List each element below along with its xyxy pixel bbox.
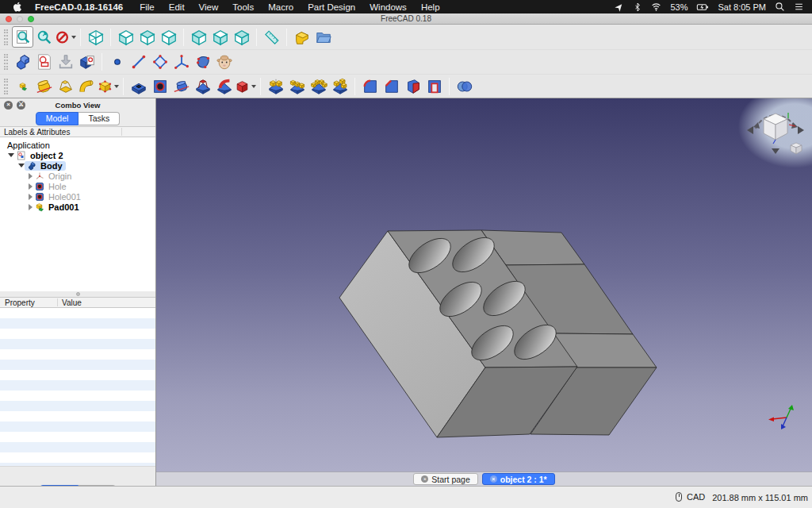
chamfer-button[interactable]	[381, 76, 402, 98]
datum-line-button[interactable]	[128, 52, 149, 73]
location-icon[interactable]	[615, 2, 624, 12]
document-tab-start-page[interactable]: ×Start page	[413, 473, 477, 485]
multi-transform-button[interactable]	[329, 76, 350, 98]
tab-close-icon[interactable]: ×	[421, 475, 428, 483]
menu-help[interactable]: Help	[414, 2, 447, 12]
dropdown-caret-icon[interactable]	[251, 85, 256, 88]
zoom-fit-selection-button[interactable]	[12, 26, 33, 48]
tab-model[interactable]: Model	[36, 112, 79, 125]
navigation-style-label[interactable]: CAD	[687, 492, 705, 502]
navigation-cube[interactable]	[745, 103, 806, 162]
local-cs-button[interactable]	[170, 52, 192, 73]
create-body-button[interactable]	[12, 52, 33, 73]
datum-face-button[interactable]	[192, 52, 213, 73]
view-right-button[interactable]	[158, 26, 179, 48]
menu-app[interactable]: FreeCAD-0.18-16146	[28, 2, 132, 12]
shape-binder-button[interactable]	[213, 52, 235, 73]
toolbar-drag-handle[interactable]	[4, 54, 8, 70]
additive-loft-button[interactable]	[55, 76, 76, 98]
tab-close-icon[interactable]: ×	[490, 475, 497, 483]
nav-down-arrow[interactable]	[772, 148, 779, 154]
view-axonometric-button[interactable]	[85, 26, 106, 48]
nav-left-arrow[interactable]	[747, 126, 753, 134]
menu-tools[interactable]: Tools	[225, 2, 261, 12]
nav-right-arrow[interactable]	[798, 126, 804, 134]
window-title: FreeCAD 0.18	[0, 14, 812, 23]
create-sketch-button[interactable]	[33, 52, 55, 73]
tree-item-origin[interactable]: Origin	[0, 171, 155, 181]
tree-item-pad001[interactable]: Pad001	[0, 202, 155, 212]
datum-plane-button[interactable]	[149, 52, 170, 73]
menu-clock[interactable]: Sat 8:05 PM	[718, 2, 766, 12]
subtractive-loft-button[interactable]	[192, 76, 213, 98]
panel-splitter[interactable]	[0, 291, 155, 297]
subtractive-pipe-button[interactable]	[213, 76, 235, 98]
view-left-button[interactable]	[231, 26, 252, 48]
nav-mini-cube[interactable]	[791, 143, 802, 154]
edit-sketch-button[interactable]	[55, 52, 76, 73]
view-top-button[interactable]	[136, 26, 158, 48]
dropdown-caret-icon[interactable]	[114, 85, 119, 88]
list-icon[interactable]	[794, 2, 804, 12]
additive-pipe-button[interactable]	[76, 76, 98, 98]
tree-item-application[interactable]: Application	[0, 140, 155, 150]
dropdown-caret-icon[interactable]	[71, 36, 76, 39]
tree-column-header[interactable]: Labels & Attributes	[0, 126, 155, 137]
tab-tasks[interactable]: Tasks	[79, 112, 120, 125]
tree-header-label: Labels & Attributes	[4, 128, 70, 137]
pad-button[interactable]	[12, 76, 33, 98]
toolbar-drag-handle[interactable]	[4, 79, 8, 94]
view-front-button[interactable]	[115, 26, 136, 48]
document-tab-object-2-1-[interactable]: ×object 2 : 1*	[482, 473, 555, 485]
mirrored-button[interactable]	[265, 76, 286, 98]
tree-item-body[interactable]: Body	[0, 160, 155, 171]
tree-item-hole001[interactable]: Hole001	[0, 191, 155, 202]
nav-cube-body[interactable]	[764, 113, 795, 144]
expander-open-icon[interactable]	[8, 153, 14, 157]
3d-model[interactable]	[156, 98, 812, 471]
menu-macro[interactable]: Macro	[261, 2, 301, 12]
polar-pattern-button[interactable]	[308, 76, 329, 98]
toolbar-drag-handle[interactable]	[4, 29, 8, 45]
thickness-button[interactable]	[423, 76, 445, 98]
view-bottom-button[interactable]	[209, 26, 231, 48]
subtractive-primitive-button[interactable]	[235, 76, 256, 98]
linear-pattern-button[interactable]	[286, 76, 308, 98]
bluetooth-icon[interactable]	[633, 2, 642, 12]
datum-point-button[interactable]	[106, 52, 128, 73]
apple-menu-icon[interactable]	[6, 2, 28, 12]
wifi-icon[interactable]	[651, 2, 661, 12]
expander-open-icon[interactable]	[18, 164, 25, 167]
tree-item-object-2[interactable]: object 2	[0, 150, 155, 160]
view-rear-button[interactable]	[188, 26, 209, 48]
property-table[interactable]	[0, 308, 155, 467]
part-module-button[interactable]	[291, 26, 312, 48]
menu-edit[interactable]: Edit	[162, 2, 192, 12]
boolean-button[interactable]	[454, 76, 475, 98]
menu-windows[interactable]: Windows	[362, 2, 414, 12]
groove-button[interactable]	[170, 76, 192, 98]
search-icon[interactable]	[775, 2, 785, 12]
additive-primitive-button[interactable]	[98, 76, 119, 98]
pocket-button[interactable]	[128, 76, 149, 98]
fillet-button[interactable]	[359, 76, 381, 98]
open-folder-button[interactable]	[312, 26, 334, 48]
hole-icon	[35, 192, 44, 202]
battery-status[interactable]: 53%	[670, 2, 688, 12]
hole-feature-button[interactable]	[149, 76, 170, 98]
draw-style-button[interactable]	[55, 26, 76, 48]
menu-part-design[interactable]: Part Design	[301, 2, 362, 12]
measure-button[interactable]	[261, 26, 282, 48]
zoom-in-button[interactable]	[33, 26, 55, 48]
menu-file[interactable]: File	[132, 2, 162, 12]
revolution-button[interactable]	[33, 76, 55, 98]
3d-viewport[interactable]	[156, 98, 812, 471]
tree-item-hole[interactable]: Hole	[0, 181, 155, 191]
toolbar-separator	[256, 29, 257, 46]
property-table-header[interactable]: Property Value	[0, 297, 155, 308]
menu-view[interactable]: View	[192, 2, 226, 12]
draft-button[interactable]	[402, 76, 423, 98]
toolbar-separator	[110, 29, 111, 46]
map-sketch-button[interactable]	[76, 52, 98, 73]
panel-title: Combo View	[0, 101, 155, 110]
